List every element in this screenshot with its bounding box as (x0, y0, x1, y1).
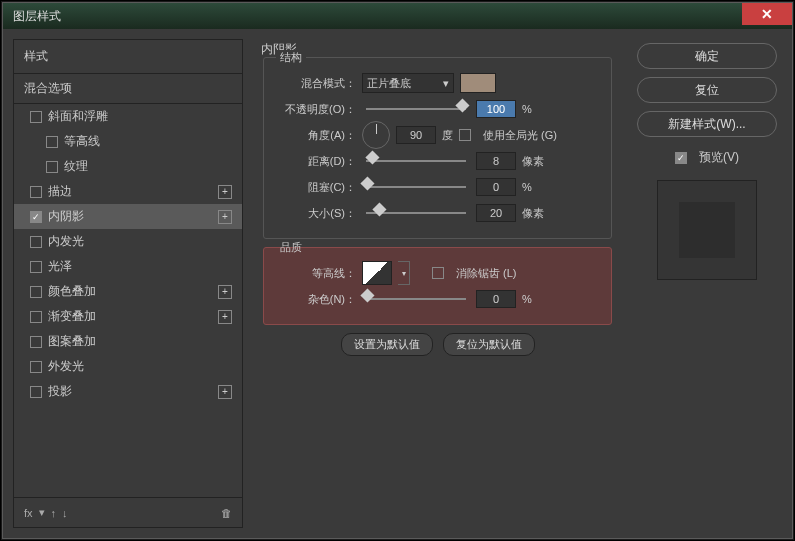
add-effect-icon[interactable]: + (218, 385, 232, 399)
sidebar-item-label: 投影 (48, 383, 72, 400)
opacity-slider[interactable] (366, 108, 466, 110)
sidebar-item-1[interactable]: 等高线 (14, 129, 242, 154)
add-effect-icon[interactable]: + (218, 310, 232, 324)
trash-icon[interactable]: 🗑 (221, 507, 232, 519)
sidebar-item-11[interactable]: 投影+ (14, 379, 242, 404)
angle-input[interactable]: 90 (396, 126, 436, 144)
sidebar-item-0[interactable]: 斜面和浮雕 (14, 104, 242, 129)
style-checkbox[interactable] (30, 386, 42, 398)
sidebar-item-label: 渐变叠加 (48, 308, 96, 325)
add-effect-icon[interactable]: + (218, 210, 232, 224)
choke-label: 阻塞(C)： (274, 180, 356, 195)
preview-checkbox[interactable]: ✓ (675, 152, 687, 164)
main-panel: 内阴影 结构 混合模式： 正片叠底▾ 不透明度(O)： 100 % (253, 39, 622, 528)
sidebar-item-label: 斜面和浮雕 (48, 108, 108, 125)
sidebar-item-label: 描边 (48, 183, 72, 200)
sidebar-item-label: 颜色叠加 (48, 283, 96, 300)
down-icon[interactable]: ↓ (62, 507, 68, 519)
layer-style-dialog: 图层样式 ✕ 样式 混合选项 斜面和浮雕等高线纹理描边+✓内阴影+内发光光泽颜色… (2, 2, 793, 539)
quality-legend: 品质 (276, 240, 306, 255)
blend-options-item[interactable]: 混合选项 (14, 73, 242, 104)
angle-unit: 度 (442, 128, 453, 143)
choke-slider[interactable] (366, 186, 466, 188)
reset-default-button[interactable]: 复位为默认值 (443, 333, 535, 356)
style-checkbox[interactable] (30, 111, 42, 123)
sidebar-item-label: 图案叠加 (48, 333, 96, 350)
chevron-down-icon: ▾ (443, 77, 449, 90)
structure-legend: 结构 (276, 50, 306, 65)
sidebar-item-label: 纹理 (64, 158, 88, 175)
preview-label: 预览(V) (699, 149, 739, 166)
style-checkbox[interactable] (30, 236, 42, 248)
size-unit: 像素 (522, 206, 552, 221)
style-checkbox[interactable]: ✓ (30, 211, 42, 223)
size-label: 大小(S)： (274, 206, 356, 221)
antialias-checkbox[interactable] (432, 267, 444, 279)
sidebar-item-label: 光泽 (48, 258, 72, 275)
noise-input[interactable]: 0 (476, 290, 516, 308)
style-checkbox[interactable] (30, 361, 42, 373)
global-light-checkbox[interactable] (459, 129, 471, 141)
style-checkbox[interactable] (30, 286, 42, 298)
quality-fieldset: 品质 等高线： ▾ 消除锯齿 (L) 杂色(N)： 0 % (263, 247, 612, 325)
style-checkbox[interactable] (30, 311, 42, 323)
sidebar-item-3[interactable]: 描边+ (14, 179, 242, 204)
up-icon[interactable]: ↑ (51, 507, 57, 519)
noise-label: 杂色(N)： (274, 292, 356, 307)
contour-dropdown[interactable]: ▾ (398, 261, 410, 285)
sidebar-item-label: 等高线 (64, 133, 100, 150)
blend-mode-label: 混合模式： (274, 76, 356, 91)
sidebar-item-4[interactable]: ✓内阴影+ (14, 204, 242, 229)
distance-label: 距离(D)： (274, 154, 356, 169)
add-effect-icon[interactable]: + (218, 285, 232, 299)
sidebar-footer: fx ▾ ↑ ↓ 🗑 (14, 497, 242, 527)
styles-sidebar: 样式 混合选项 斜面和浮雕等高线纹理描边+✓内阴影+内发光光泽颜色叠加+渐变叠加… (13, 39, 243, 528)
sidebar-item-5[interactable]: 内发光 (14, 229, 242, 254)
distance-input[interactable]: 8 (476, 152, 516, 170)
fx-menu[interactable]: fx (24, 507, 33, 519)
preview-box (657, 180, 757, 280)
sidebar-item-label: 外发光 (48, 358, 84, 375)
noise-unit: % (522, 293, 552, 305)
right-panel: 确定 复位 新建样式(W)... ✓ 预览(V) (632, 39, 782, 528)
contour-label: 等高线： (274, 266, 356, 281)
sidebar-item-6[interactable]: 光泽 (14, 254, 242, 279)
new-style-button[interactable]: 新建样式(W)... (637, 111, 777, 137)
sidebar-header: 样式 (14, 40, 242, 73)
sidebar-item-7[interactable]: 颜色叠加+ (14, 279, 242, 304)
choke-unit: % (522, 181, 552, 193)
size-slider[interactable] (366, 212, 466, 214)
style-checkbox[interactable] (46, 161, 58, 173)
add-effect-icon[interactable]: + (218, 185, 232, 199)
sidebar-item-10[interactable]: 外发光 (14, 354, 242, 379)
close-button[interactable]: ✕ (742, 3, 792, 25)
global-light-label: 使用全局光 (G) (483, 128, 557, 143)
size-input[interactable]: 20 (476, 204, 516, 222)
titlebar[interactable]: 图层样式 ✕ (3, 3, 792, 29)
style-checkbox[interactable] (30, 336, 42, 348)
distance-slider[interactable] (366, 160, 466, 162)
fx-dropdown-icon[interactable]: ▾ (39, 506, 45, 519)
distance-unit: 像素 (522, 154, 552, 169)
contour-picker[interactable] (362, 261, 392, 285)
style-checkbox[interactable] (46, 136, 58, 148)
style-checkbox[interactable] (30, 186, 42, 198)
sidebar-item-8[interactable]: 渐变叠加+ (14, 304, 242, 329)
choke-input[interactable]: 0 (476, 178, 516, 196)
sidebar-item-9[interactable]: 图案叠加 (14, 329, 242, 354)
opacity-input[interactable]: 100 (476, 100, 516, 118)
preview-swatch (679, 202, 735, 258)
blend-mode-select[interactable]: 正片叠底▾ (362, 73, 454, 93)
color-swatch[interactable] (460, 73, 496, 93)
opacity-unit: % (522, 103, 552, 115)
opacity-label: 不透明度(O)： (274, 102, 356, 117)
style-checkbox[interactable] (30, 261, 42, 273)
structure-fieldset: 结构 混合模式： 正片叠底▾ 不透明度(O)： 100 % 角度(A)： (263, 57, 612, 239)
set-default-button[interactable]: 设置为默认值 (341, 333, 433, 356)
sidebar-item-label: 内发光 (48, 233, 84, 250)
sidebar-item-2[interactable]: 纹理 (14, 154, 242, 179)
ok-button[interactable]: 确定 (637, 43, 777, 69)
noise-slider[interactable] (366, 298, 466, 300)
cancel-button[interactable]: 复位 (637, 77, 777, 103)
angle-dial[interactable] (362, 121, 390, 149)
